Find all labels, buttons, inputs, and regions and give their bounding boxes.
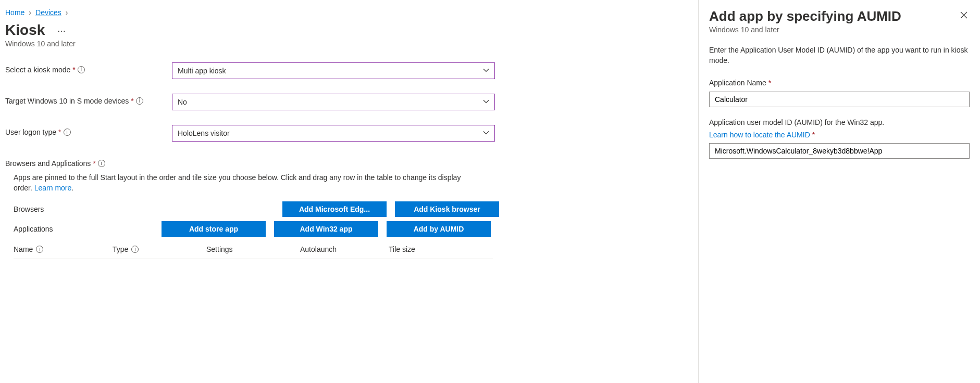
apps-help-text: Apps are pinned to the full Start layout…	[14, 173, 472, 193]
info-icon[interactable]: i	[98, 160, 105, 167]
info-icon[interactable]: i	[131, 246, 139, 253]
chevron-right-icon: ›	[29, 8, 31, 17]
close-icon[interactable]	[958, 8, 970, 23]
panel-subtitle: Windows 10 and later	[709, 25, 901, 34]
required-asterisk: *	[72, 66, 75, 74]
spacer	[162, 201, 266, 217]
col-autolaunch: Autolaunch	[300, 245, 337, 253]
required-asterisk: *	[812, 130, 815, 141]
app-name-input[interactable]	[709, 92, 970, 107]
required-asterisk: *	[131, 97, 133, 105]
logon-select[interactable]: HoloLens visitor	[172, 125, 495, 142]
page-subtitle: Windows 10 and later	[5, 40, 693, 48]
chevron-right-icon: ›	[66, 8, 68, 17]
info-icon[interactable]: i	[78, 66, 85, 73]
browsers-label: Browsers	[14, 205, 162, 213]
learn-more-link[interactable]: Learn more	[34, 184, 72, 192]
chevron-down-icon	[483, 67, 489, 75]
logon-value: HoloLens visitor	[178, 129, 230, 137]
breadcrumb: Home › Devices ›	[5, 8, 693, 17]
more-icon[interactable]: ⋯	[55, 26, 68, 36]
side-panel: Add app by specifying AUMID Windows 10 a…	[699, 0, 980, 383]
required-asterisk: *	[58, 128, 61, 136]
required-asterisk: *	[768, 78, 771, 88]
col-tilesize: Tile size	[389, 245, 415, 253]
apps-table-header: Name i Type i Settings Autolaunch Tile s…	[14, 245, 493, 259]
logon-label: User logon type	[5, 128, 56, 136]
breadcrumb-devices[interactable]: Devices	[35, 8, 61, 17]
info-icon[interactable]: i	[36, 246, 43, 253]
app-name-label: Application Name	[709, 78, 766, 88]
breadcrumb-home[interactable]: Home	[5, 8, 24, 17]
add-edge-button[interactable]: Add Microsoft Edg...	[282, 201, 387, 217]
col-settings: Settings	[206, 245, 233, 253]
main-pane: Home › Devices › Kiosk ⋯ Windows 10 and …	[0, 0, 699, 383]
apps-section-label: Browsers and Applications	[5, 159, 91, 168]
add-win32-app-button[interactable]: Add Win32 app	[274, 221, 378, 237]
add-kiosk-browser-button[interactable]: Add Kiosk browser	[395, 201, 499, 217]
kiosk-mode-select[interactable]: Multi app kiosk	[172, 62, 495, 79]
s-mode-value: No	[178, 98, 187, 106]
panel-description: Enter the Application User Model ID (AUM…	[709, 45, 970, 66]
kiosk-mode-label: Select a kiosk mode	[5, 66, 70, 74]
aumid-learn-link[interactable]: Learn how to locate the AUMID	[709, 130, 810, 141]
chevron-down-icon	[483, 129, 489, 137]
add-by-aumid-button[interactable]: Add by AUMID	[387, 221, 491, 237]
kiosk-mode-value: Multi app kiosk	[178, 67, 226, 75]
col-type: Type	[113, 245, 128, 253]
applications-label: Applications	[14, 225, 162, 233]
s-mode-select[interactable]: No	[172, 94, 495, 110]
page-title: Kiosk	[5, 22, 45, 39]
info-icon[interactable]: i	[136, 97, 143, 105]
chevron-down-icon	[483, 98, 489, 106]
required-asterisk: *	[93, 159, 95, 168]
add-store-app-button[interactable]: Add store app	[162, 221, 266, 237]
info-icon[interactable]: i	[64, 129, 71, 136]
panel-title: Add app by specifying AUMID	[709, 8, 901, 24]
aumid-input[interactable]	[709, 143, 970, 159]
col-name: Name	[14, 245, 33, 253]
apps-help-prefix: Apps are pinned to the full Start layout…	[14, 173, 461, 192]
aumid-label: Application user model ID (AUMID) for th…	[709, 118, 884, 128]
s-mode-label: Target Windows 10 in S mode devices	[5, 97, 129, 105]
